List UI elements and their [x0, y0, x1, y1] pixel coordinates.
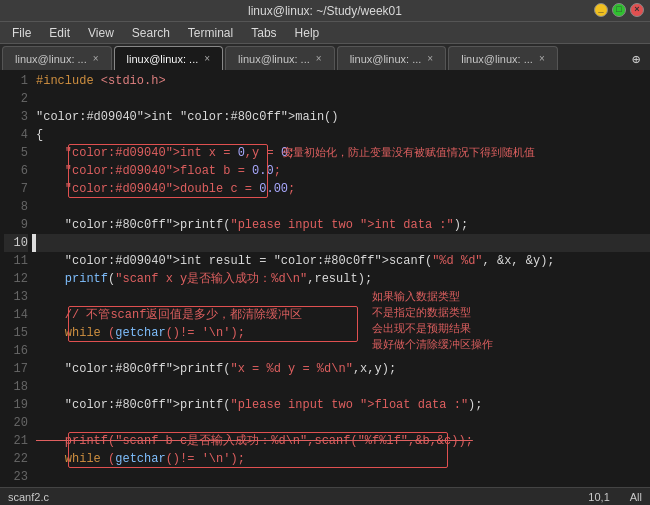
status-right: 10,1 All: [588, 491, 642, 503]
window-title: linux@linux: ~/Study/week01: [248, 4, 402, 18]
code-line-14: // 不管scanf返回值是多少，都清除缓冲区: [32, 306, 650, 324]
code-line-12: printf("scanf x y是否输入成功：%d\n",result);: [32, 270, 650, 288]
status-position: 10,1: [588, 491, 609, 503]
code-line-11: "color:#d09040">int result = "color:#80c…: [32, 252, 650, 270]
code-line-4: {: [32, 126, 650, 144]
tab-1-label: linux@linux: ...: [127, 53, 199, 65]
tab-0-label: linux@linux: ...: [15, 53, 87, 65]
menu-file[interactable]: File: [4, 24, 39, 42]
menu-bar: File Edit View Search Terminal Tabs Help: [0, 22, 650, 44]
code-line-23: [32, 468, 650, 486]
menu-tabs[interactable]: Tabs: [243, 24, 284, 42]
code-line-20: [32, 414, 650, 432]
window-controls[interactable]: _ □ ×: [594, 3, 644, 17]
code-line-17: "color:#80c0ff">printf("x = %d y = %d\n"…: [32, 360, 650, 378]
status-bar: scanf2.c 10,1 All: [0, 487, 650, 505]
code-line-22: while (getchar()!= '\n');: [32, 450, 650, 468]
code-line-8: [32, 198, 650, 216]
line-numbers: 1234567891011121314151617181920212223242…: [0, 72, 32, 487]
code-line-18: [32, 378, 650, 396]
code-line-21: printf("scanf b c是否输入成功：%d\n",scanf("%f%…: [32, 432, 650, 450]
code-line-15: while (getchar()!= '\n');: [32, 324, 650, 342]
tab-3-close[interactable]: ×: [427, 53, 433, 64]
code-line-19: "color:#80c0ff">printf("please input two…: [32, 396, 650, 414]
cursor-indicator: [32, 234, 36, 252]
title-bar: linux@linux: ~/Study/week01 _ □ ×: [0, 0, 650, 22]
maximize-button[interactable]: □: [612, 3, 626, 17]
code-line-13: [32, 288, 650, 306]
tab-4-label: linux@linux: ...: [461, 53, 533, 65]
menu-help[interactable]: Help: [287, 24, 328, 42]
code-line-3: "color:#d09040">int "color:#80c0ff">main…: [32, 108, 650, 126]
tab-3[interactable]: linux@linux: ... ×: [337, 46, 447, 70]
tab-0[interactable]: linux@linux: ... ×: [2, 46, 112, 70]
annotation-text-2: 如果输入数据类型不是指定的数据类型会出现不是预期结果最好做个清除缓冲区操作: [372, 288, 493, 352]
tab-2[interactable]: linux@linux: ... ×: [225, 46, 335, 70]
code-line-9: "color:#80c0ff">printf("please input two…: [32, 216, 650, 234]
status-mode: All: [630, 491, 642, 503]
tab-bar: linux@linux: ... × linux@linux: ... × li…: [0, 44, 650, 72]
tab-4[interactable]: linux@linux: ... ×: [448, 46, 558, 70]
tab-2-label: linux@linux: ...: [238, 53, 310, 65]
tab-0-close[interactable]: ×: [93, 53, 99, 64]
code-content[interactable]: #include <stdio.h> "color:#d09040">int "…: [32, 72, 650, 487]
tab-1-close[interactable]: ×: [204, 53, 210, 64]
code-line-24: "color:#80c0ff">printf("b = %0.1f c = %0…: [32, 486, 650, 487]
code-line-2: [32, 90, 650, 108]
tab-2-close[interactable]: ×: [316, 53, 322, 64]
status-filename: scanf2.c: [8, 491, 49, 503]
code-line-6: "color:#d09040">float b = 0.0;: [32, 162, 650, 180]
tab-3-label: linux@linux: ...: [350, 53, 422, 65]
code-line-1: #include <stdio.h>: [32, 72, 650, 90]
new-tab-button[interactable]: ⊕: [624, 48, 648, 70]
tab-4-close[interactable]: ×: [539, 53, 545, 64]
code-editor[interactable]: 1234567891011121314151617181920212223242…: [0, 72, 650, 487]
menu-edit[interactable]: Edit: [41, 24, 78, 42]
tab-1[interactable]: linux@linux: ... ×: [114, 46, 224, 70]
annotation-text-1: 变量初始化，防止变量没有被赋值情况下得到随机值: [282, 144, 535, 160]
menu-view[interactable]: View: [80, 24, 122, 42]
menu-terminal[interactable]: Terminal: [180, 24, 241, 42]
menu-search[interactable]: Search: [124, 24, 178, 42]
close-button[interactable]: ×: [630, 3, 644, 17]
code-line-16: [32, 342, 650, 360]
minimize-button[interactable]: _: [594, 3, 608, 17]
code-line-7: "color:#d09040">double c = 0.00;: [32, 180, 650, 198]
code-line-10: [32, 234, 650, 252]
